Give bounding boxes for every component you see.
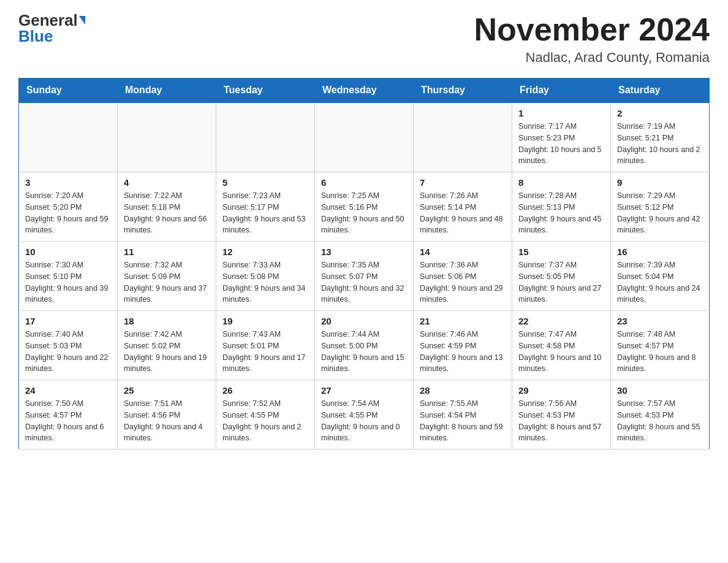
day-number: 29 — [518, 385, 604, 396]
calendar-cell: 1Sunrise: 7:17 AM Sunset: 5:23 PM Daylig… — [512, 102, 611, 172]
day-info: Sunrise: 7:29 AM Sunset: 5:12 PM Dayligh… — [617, 190, 703, 236]
calendar-cell: 5Sunrise: 7:23 AM Sunset: 5:17 PM Daylig… — [216, 172, 315, 242]
day-info: Sunrise: 7:52 AM Sunset: 4:55 PM Dayligh… — [222, 398, 308, 444]
day-info: Sunrise: 7:55 AM Sunset: 4:54 PM Dayligh… — [420, 398, 506, 444]
day-number: 26 — [222, 385, 308, 396]
calendar-cell: 18Sunrise: 7:42 AM Sunset: 5:02 PM Dayli… — [118, 311, 216, 380]
calendar-cell: 30Sunrise: 7:57 AM Sunset: 4:53 PM Dayli… — [611, 380, 710, 450]
calendar-cell: 23Sunrise: 7:48 AM Sunset: 4:57 PM Dayli… — [611, 311, 710, 380]
day-number: 8 — [518, 177, 604, 188]
logo-general-text: General — [18, 12, 78, 28]
calendar-week-row: 10Sunrise: 7:30 AM Sunset: 5:10 PM Dayli… — [19, 242, 710, 311]
day-number: 30 — [617, 385, 703, 396]
calendar-cell: 2Sunrise: 7:19 AM Sunset: 5:21 PM Daylig… — [611, 102, 710, 172]
day-info: Sunrise: 7:36 AM Sunset: 5:06 PM Dayligh… — [420, 259, 506, 305]
calendar-cell: 9Sunrise: 7:29 AM Sunset: 5:12 PM Daylig… — [611, 172, 710, 242]
day-info: Sunrise: 7:35 AM Sunset: 5:07 PM Dayligh… — [321, 259, 407, 305]
calendar-header-row: SundayMondayTuesdayWednesdayThursdayFrid… — [19, 79, 710, 103]
day-info: Sunrise: 7:37 AM Sunset: 5:05 PM Dayligh… — [518, 259, 604, 305]
day-number: 17 — [25, 316, 111, 326]
calendar-cell: 6Sunrise: 7:25 AM Sunset: 5:16 PM Daylig… — [315, 172, 414, 242]
day-number: 24 — [25, 385, 111, 396]
day-info: Sunrise: 7:42 AM Sunset: 5:02 PM Dayligh… — [124, 329, 210, 375]
calendar-cell: 15Sunrise: 7:37 AM Sunset: 5:05 PM Dayli… — [512, 242, 611, 311]
day-number: 22 — [518, 316, 604, 326]
day-info: Sunrise: 7:51 AM Sunset: 4:56 PM Dayligh… — [124, 398, 210, 444]
logo: General Blue — [18, 12, 85, 44]
calendar-cell: 8Sunrise: 7:28 AM Sunset: 5:13 PM Daylig… — [512, 172, 611, 242]
calendar-cell: 28Sunrise: 7:55 AM Sunset: 4:54 PM Dayli… — [414, 380, 512, 450]
day-number: 13 — [321, 247, 407, 257]
day-info: Sunrise: 7:26 AM Sunset: 5:14 PM Dayligh… — [420, 190, 506, 236]
day-number: 1 — [518, 108, 604, 118]
calendar-cell — [216, 102, 315, 172]
day-number: 27 — [321, 385, 407, 396]
calendar-cell: 21Sunrise: 7:46 AM Sunset: 4:59 PM Dayli… — [414, 311, 512, 380]
day-number: 9 — [617, 177, 703, 188]
day-info: Sunrise: 7:23 AM Sunset: 5:17 PM Dayligh… — [222, 190, 308, 236]
calendar-cell — [315, 102, 414, 172]
day-number: 15 — [518, 247, 604, 257]
logo-triangle-icon — [79, 16, 85, 25]
calendar-cell: 13Sunrise: 7:35 AM Sunset: 5:07 PM Dayli… — [315, 242, 414, 311]
day-info: Sunrise: 7:48 AM Sunset: 4:57 PM Dayligh… — [617, 329, 703, 375]
calendar-cell: 29Sunrise: 7:56 AM Sunset: 4:53 PM Dayli… — [512, 380, 611, 450]
column-header-friday: Friday — [512, 79, 611, 103]
calendar-cell: 22Sunrise: 7:47 AM Sunset: 4:58 PM Dayli… — [512, 311, 611, 380]
calendar-cell: 7Sunrise: 7:26 AM Sunset: 5:14 PM Daylig… — [414, 172, 512, 242]
calendar-week-row: 17Sunrise: 7:40 AM Sunset: 5:03 PM Dayli… — [19, 311, 710, 380]
calendar-cell: 24Sunrise: 7:50 AM Sunset: 4:57 PM Dayli… — [19, 380, 118, 450]
calendar-cell: 26Sunrise: 7:52 AM Sunset: 4:55 PM Dayli… — [216, 380, 315, 450]
day-info: Sunrise: 7:22 AM Sunset: 5:18 PM Dayligh… — [124, 190, 210, 236]
day-info: Sunrise: 7:19 AM Sunset: 5:21 PM Dayligh… — [617, 121, 703, 167]
calendar-week-row: 3Sunrise: 7:20 AM Sunset: 5:20 PM Daylig… — [19, 172, 710, 242]
page-header: General Blue November 2024 Nadlac, Arad … — [18, 12, 710, 66]
calendar-week-row: 1Sunrise: 7:17 AM Sunset: 5:23 PM Daylig… — [19, 102, 710, 172]
day-number: 2 — [617, 108, 703, 118]
day-info: Sunrise: 7:54 AM Sunset: 4:55 PM Dayligh… — [321, 398, 407, 444]
calendar-table: SundayMondayTuesdayWednesdayThursdayFrid… — [18, 78, 710, 450]
day-info: Sunrise: 7:40 AM Sunset: 5:03 PM Dayligh… — [25, 329, 111, 375]
calendar-cell: 27Sunrise: 7:54 AM Sunset: 4:55 PM Dayli… — [315, 380, 414, 450]
calendar-cell — [118, 102, 216, 172]
day-number: 12 — [222, 247, 308, 257]
logo-blue-text: Blue — [18, 28, 53, 44]
calendar-cell: 17Sunrise: 7:40 AM Sunset: 5:03 PM Dayli… — [19, 311, 118, 380]
day-number: 23 — [617, 316, 703, 326]
day-info: Sunrise: 7:47 AM Sunset: 4:58 PM Dayligh… — [518, 329, 604, 375]
calendar-cell: 12Sunrise: 7:33 AM Sunset: 5:08 PM Dayli… — [216, 242, 315, 311]
day-number: 16 — [617, 247, 703, 257]
calendar-cell: 10Sunrise: 7:30 AM Sunset: 5:10 PM Dayli… — [19, 242, 118, 311]
calendar-cell: 3Sunrise: 7:20 AM Sunset: 5:20 PM Daylig… — [19, 172, 118, 242]
day-info: Sunrise: 7:56 AM Sunset: 4:53 PM Dayligh… — [518, 398, 604, 444]
day-info: Sunrise: 7:44 AM Sunset: 5:00 PM Dayligh… — [321, 329, 407, 375]
day-number: 3 — [25, 177, 111, 188]
day-info: Sunrise: 7:33 AM Sunset: 5:08 PM Dayligh… — [222, 259, 308, 305]
calendar-cell — [19, 102, 118, 172]
day-info: Sunrise: 7:25 AM Sunset: 5:16 PM Dayligh… — [321, 190, 407, 236]
column-header-sunday: Sunday — [19, 79, 118, 103]
column-header-saturday: Saturday — [611, 79, 710, 103]
location-title: Nadlac, Arad County, Romania — [474, 50, 710, 66]
day-info: Sunrise: 7:28 AM Sunset: 5:13 PM Dayligh… — [518, 190, 604, 236]
calendar-cell: 14Sunrise: 7:36 AM Sunset: 5:06 PM Dayli… — [414, 242, 512, 311]
calendar-cell: 19Sunrise: 7:43 AM Sunset: 5:01 PM Dayli… — [216, 311, 315, 380]
day-info: Sunrise: 7:43 AM Sunset: 5:01 PM Dayligh… — [222, 329, 308, 375]
day-number: 14 — [420, 247, 506, 257]
day-number: 5 — [222, 177, 308, 188]
day-number: 20 — [321, 316, 407, 326]
calendar-cell — [414, 102, 512, 172]
calendar-cell: 16Sunrise: 7:39 AM Sunset: 5:04 PM Dayli… — [611, 242, 710, 311]
day-number: 18 — [124, 316, 210, 326]
day-number: 4 — [124, 177, 210, 188]
day-number: 25 — [124, 385, 210, 396]
calendar-week-row: 24Sunrise: 7:50 AM Sunset: 4:57 PM Dayli… — [19, 380, 710, 450]
day-info: Sunrise: 7:50 AM Sunset: 4:57 PM Dayligh… — [25, 398, 111, 444]
column-header-monday: Monday — [118, 79, 216, 103]
title-block: November 2024 Nadlac, Arad County, Roman… — [474, 12, 710, 66]
month-title: November 2024 — [474, 12, 710, 47]
column-header-wednesday: Wednesday — [315, 79, 414, 103]
day-info: Sunrise: 7:46 AM Sunset: 4:59 PM Dayligh… — [420, 329, 506, 375]
day-info: Sunrise: 7:39 AM Sunset: 5:04 PM Dayligh… — [617, 259, 703, 305]
day-number: 10 — [25, 247, 111, 257]
